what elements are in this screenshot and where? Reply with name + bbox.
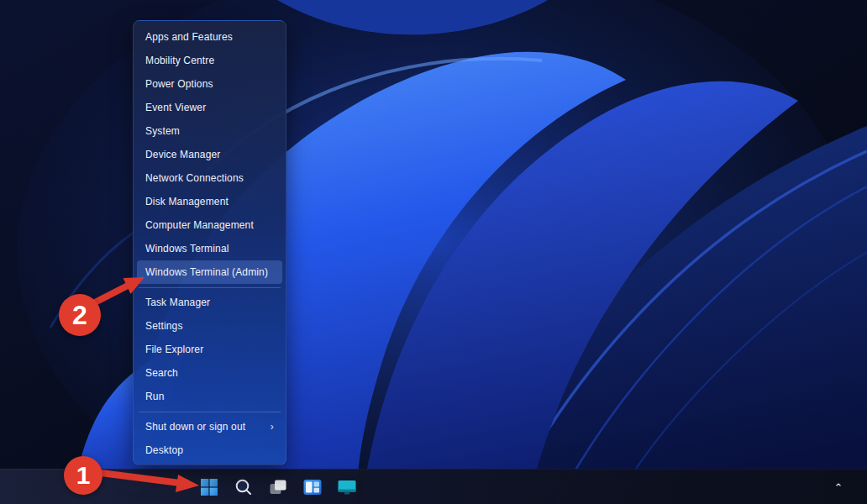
menu-item-label: Shut down or sign out <box>145 421 245 433</box>
task-view-icon <box>268 477 288 497</box>
menu-item-mobility-centre[interactable]: Mobility Centre <box>137 49 282 72</box>
menu-item-file-explorer[interactable]: File Explorer <box>137 338 282 361</box>
menu-item-windows-terminal-admin[interactable]: Windows Terminal (Admin) <box>137 260 282 284</box>
menu-item-shut-down-or-sign-out[interactable]: Shut down or sign out › <box>137 415 282 438</box>
menu-item-desktop[interactable]: Desktop <box>137 438 282 462</box>
search-icon <box>234 478 253 496</box>
menu-item-computer-management[interactable]: Computer Management <box>137 213 282 237</box>
winx-context-menu: Apps and Features Mobility Centre Power … <box>133 20 286 465</box>
desktop: Apps and Features Mobility Centre Power … <box>0 0 867 504</box>
taskbar-icons <box>195 470 361 504</box>
search-button[interactable] <box>229 470 258 504</box>
menu-item-apps-and-features[interactable]: Apps and Features <box>137 25 282 49</box>
menu-separator <box>139 412 281 412</box>
menu-item-event-viewer[interactable]: Event Viewer <box>137 96 282 119</box>
chevron-right-icon: › <box>271 421 274 433</box>
widgets-button[interactable] <box>298 470 327 504</box>
menu-item-system[interactable]: System <box>137 119 282 143</box>
display-button[interactable] <box>333 470 361 504</box>
menu-item-network-connections[interactable]: Network Connections <box>137 166 282 190</box>
menu-item-run[interactable]: Run <box>137 385 282 408</box>
monitor-icon <box>337 477 357 497</box>
step-1-badge: 1 <box>64 456 102 495</box>
menu-item-settings[interactable]: Settings <box>137 314 282 338</box>
widgets-icon <box>302 477 323 497</box>
menu-separator <box>139 287 281 288</box>
menu-item-task-manager[interactable]: Task Manager <box>137 291 282 314</box>
hidden-icons-chevron[interactable]: ⌃ <box>828 470 849 504</box>
taskbar: ⌃ <box>0 469 867 504</box>
menu-item-device-manager[interactable]: Device Manager <box>137 143 282 166</box>
menu-item-windows-terminal[interactable]: Windows Terminal <box>137 237 282 260</box>
step-2-badge: 2 <box>59 294 101 336</box>
wallpaper-bloom <box>0 0 867 504</box>
windows-logo-icon <box>199 477 219 497</box>
start-button[interactable] <box>195 470 223 504</box>
menu-item-search[interactable]: Search <box>137 361 282 385</box>
task-view-button[interactable] <box>264 470 292 504</box>
menu-item-disk-management[interactable]: Disk Management <box>137 190 282 213</box>
menu-item-power-options[interactable]: Power Options <box>137 72 282 96</box>
